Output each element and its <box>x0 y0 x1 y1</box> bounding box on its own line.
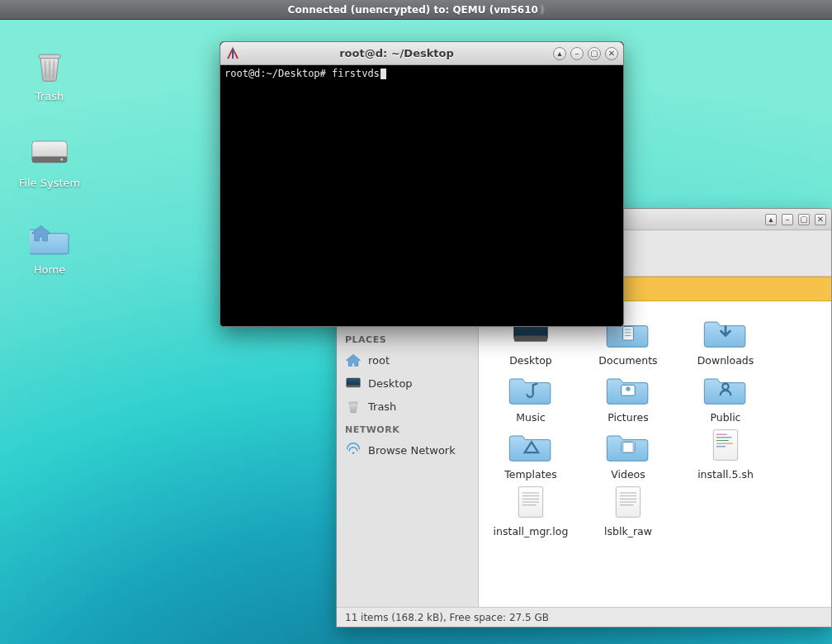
desktop-icon-home[interactable]: Home <box>8 219 91 276</box>
folder-videos[interactable]: Videos <box>591 427 665 481</box>
window-up-button[interactable]: ▴ <box>765 214 777 225</box>
item-label: Downloads <box>684 354 767 367</box>
terminal-command: firstvds <box>332 68 380 79</box>
item-label: install.5.sh <box>684 468 767 481</box>
desktop-icon-filesystem[interactable]: File System <box>8 132 91 189</box>
maximize-button[interactable]: ▢ <box>798 214 810 225</box>
file-manager-status-bar: 11 items (168.2 kB), Free space: 27.5 GB <box>337 607 831 627</box>
sidebar-item-desktop[interactable]: Desktop <box>337 372 478 395</box>
folder-music[interactable]: Music <box>494 370 568 424</box>
item-label: lsblk_raw <box>587 525 669 537</box>
terminal-app-icon <box>225 46 240 61</box>
terminal-prompt: root@d:~/Desktop# <box>225 68 332 79</box>
folder-downloads[interactable]: Downloads <box>688 313 763 367</box>
terminal-cursor <box>381 69 386 79</box>
script-file-icon <box>702 427 749 463</box>
item-label: Music <box>489 411 572 424</box>
file-lsblk-raw[interactable]: lsblk_raw <box>591 484 665 537</box>
folder-pictures[interactable]: Pictures <box>591 370 665 424</box>
terminal-titlebar[interactable]: root@d: ~/Desktop ▴ – ▢ ✕ <box>220 42 623 65</box>
maximize-button[interactable]: ▢ <box>588 47 601 60</box>
folder-templates-icon <box>508 427 554 463</box>
desktop-icon-label: Home <box>8 263 91 276</box>
window-up-button[interactable]: ▴ <box>553 47 566 60</box>
desktop-icon-label: File System <box>8 177 91 189</box>
sidebar-item-label: Trash <box>368 400 396 413</box>
folder-templates[interactable]: Templates <box>494 427 568 481</box>
desktop-icon-label: Trash <box>8 90 91 102</box>
status-text: 11 items (168.2 kB), Free space: 27.5 GB <box>345 612 549 623</box>
file-install-mgr-log[interactable]: install_mgr.log <box>494 484 568 537</box>
item-label: Documents <box>587 354 669 367</box>
file-manager-sidebar: File System PLACES root Desktop Trash NE… <box>337 301 479 607</box>
vnc-status-text: Connected (unencrypted) to: QEMU (vm5610 <box>288 4 538 16</box>
sidebar-item-label: Browse Network <box>368 444 456 457</box>
terminal-title: root@d: ~/Desktop <box>245 47 548 59</box>
home-icon <box>345 353 362 367</box>
trash-icon <box>30 45 69 85</box>
folder-videos-icon <box>605 427 651 463</box>
folder-downloads-icon <box>702 313 749 349</box>
sidebar-header-network: NETWORK <box>337 418 478 438</box>
wifi-icon <box>345 443 362 457</box>
text-file-icon <box>605 484 651 520</box>
text-file-icon <box>508 484 554 520</box>
trash-icon <box>345 399 362 414</box>
folder-pictures-icon <box>605 370 651 406</box>
desktop-icon <box>345 376 362 391</box>
sidebar-item-trash[interactable]: Trash <box>337 395 478 418</box>
item-label: install_mgr.log <box>489 525 572 537</box>
vnc-status-bar: Connected (unencrypted) to: QEMU (vm5610… <box>0 0 832 20</box>
item-label: Desktop <box>489 354 572 367</box>
desktop-icon-trash[interactable]: Trash <box>8 45 91 102</box>
sidebar-item-label: root <box>368 354 390 367</box>
item-label: Videos <box>587 468 669 481</box>
sidebar-item-browse-network[interactable]: Browse Network <box>337 438 478 462</box>
item-label: Templates <box>489 468 572 481</box>
file-manager-content[interactable]: Desktop Documents Downloads Music Pictur… <box>479 301 831 607</box>
close-button[interactable]: ✕ <box>815 214 826 225</box>
folder-public-icon <box>702 370 749 406</box>
file-install-5-sh[interactable]: install.5.sh <box>688 427 763 481</box>
folder-music-icon <box>508 370 554 406</box>
close-button[interactable]: ✕ <box>605 47 618 60</box>
folder-home-icon <box>30 219 69 258</box>
item-label: Pictures <box>587 411 669 424</box>
terminal-screen[interactable]: root@d:~/Desktop# firstvds <box>220 65 623 326</box>
minimize-button[interactable]: – <box>570 47 584 60</box>
terminal-window: root@d: ~/Desktop ▴ – ▢ ✕ root@d:~/Deskt… <box>220 41 624 327</box>
sidebar-item-root[interactable]: root <box>337 348 478 372</box>
file-manager-body: File System PLACES root Desktop Trash NE… <box>337 301 831 607</box>
sidebar-item-label: Desktop <box>368 377 413 390</box>
minimize-button[interactable]: – <box>782 214 793 225</box>
desktop: Connected (unencrypted) to: QEMU (vm5610… <box>0 0 832 644</box>
sidebar-header-places: PLACES <box>337 328 478 348</box>
drive-icon <box>30 132 69 172</box>
folder-public[interactable]: Public <box>688 370 763 424</box>
vnc-status-obscured: ) <box>540 4 544 16</box>
item-label: Public <box>684 411 767 424</box>
